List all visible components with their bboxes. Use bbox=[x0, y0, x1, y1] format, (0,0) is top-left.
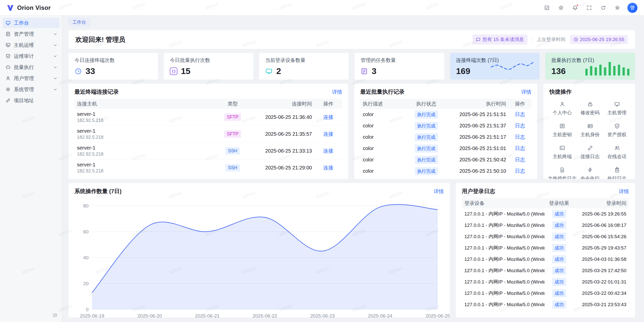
quick-action-exec-logs[interactable]: 执行日志 bbox=[603, 167, 630, 179]
quick-action-host-keys[interactable]: 主机密钥 bbox=[548, 123, 577, 138]
table-row: 127.0.0.1 - 内网IP - Mozilla/5.0 (Windows … bbox=[462, 220, 629, 231]
quick-action-connect-logs[interactable]: 连接日志 bbox=[577, 145, 603, 160]
monitor-icon bbox=[265, 67, 273, 75]
quick-action-host-terminal[interactable]: 主机终端 bbox=[548, 145, 577, 160]
svg-text:2025-06-19: 2025-06-19 bbox=[80, 313, 104, 317]
login-logs-detail-link[interactable]: 详情 bbox=[619, 188, 629, 195]
quick-action-online-sessions[interactable]: 在线会话 bbox=[603, 145, 630, 160]
table-row: color 执行完成 2025-06-25 21:51:17 日志 bbox=[360, 131, 531, 143]
chevron-down-icon bbox=[54, 66, 57, 69]
fullscreen-icon[interactable] bbox=[584, 2, 595, 13]
stat-value: 15 bbox=[181, 66, 190, 76]
user-icon bbox=[559, 101, 565, 107]
quick-actions-card: 快捷操作 个人中心 修改密码 主机管理 主机密钥 bbox=[543, 84, 635, 179]
braces-icon bbox=[170, 67, 177, 75]
log-link[interactable]: 日志 bbox=[515, 134, 525, 140]
refresh-icon[interactable] bbox=[598, 2, 609, 13]
connect-link[interactable]: 连接 bbox=[323, 165, 333, 170]
users-icon bbox=[614, 145, 620, 151]
host-monitor-icon bbox=[6, 43, 11, 48]
table-row: server-1182.92.5.218 SSH 2025-06-25 21:2… bbox=[74, 159, 342, 176]
sidebar-item-label: 工作台 bbox=[14, 20, 29, 26]
connect-link[interactable]: 连接 bbox=[323, 131, 333, 137]
log-link[interactable]: 日志 bbox=[515, 157, 525, 162]
protocol-badge: SFTP bbox=[224, 114, 241, 121]
svg-text:2025-06-22: 2025-06-22 bbox=[253, 313, 277, 317]
chevron-down-icon bbox=[54, 55, 57, 58]
quick-action-host-identity[interactable]: 主机身份 bbox=[577, 123, 603, 138]
changelog-icon[interactable] bbox=[541, 2, 552, 13]
result-badge: 成功 bbox=[552, 289, 566, 297]
protocol-badge: SSH bbox=[225, 164, 240, 171]
system-ops-chart: 0204060802025-06-192025-06-202025-06-212… bbox=[74, 198, 444, 317]
sidebar-item-user-mgmt[interactable]: 用户管理 bbox=[3, 73, 60, 84]
login-logs-table: 登录设备 登录结果 登录时间 127.0.0.1 - 内网IP - Mozill… bbox=[462, 198, 629, 310]
breadcrumb: 工作台 bbox=[68, 18, 635, 27]
sidebar-item-label: 运维审计 bbox=[14, 53, 34, 60]
batch-records-table: 执行描述 执行状态 执行时间 操作 color 执行完成 2025-06-25 … bbox=[360, 99, 531, 177]
stat-card-terminal-today: 今日连接终端次数 33 bbox=[68, 53, 158, 80]
user-avatar[interactable]: 管 bbox=[627, 3, 637, 13]
result-badge: 成功 bbox=[552, 244, 566, 252]
connect-link[interactable]: 连接 bbox=[323, 148, 333, 154]
status-badge: 执行完成 bbox=[415, 122, 438, 130]
sidebar-item-project-link[interactable]: 项目地址 bbox=[3, 95, 60, 106]
table-row: color 执行完成 2025-06-25 21:51:37 日志 bbox=[360, 120, 531, 131]
quick-action-host-mgmt[interactable]: 主机管理 bbox=[603, 101, 630, 116]
sidebar-collapse-icon[interactable] bbox=[51, 311, 59, 319]
app-logo[interactable]: Orion Visor bbox=[7, 4, 51, 12]
svg-text:2025-06-20: 2025-06-20 bbox=[137, 313, 162, 317]
result-badge: 成功 bbox=[552, 267, 566, 275]
table-row: 127.0.0.1 - 内网IP - Mozilla/5.0 (Windows … bbox=[462, 299, 629, 310]
terminal-records-detail-link[interactable]: 详情 bbox=[332, 89, 342, 95]
sidebar-item-batch-exec[interactable]: 批量执行 bbox=[3, 62, 60, 73]
svg-text:0: 0 bbox=[86, 307, 89, 312]
terminal-spark-chart bbox=[490, 59, 534, 76]
sidebar-item-assets[interactable]: 资产管理 bbox=[3, 29, 60, 39]
system-ops-detail-link[interactable]: 详情 bbox=[434, 188, 444, 195]
chevron-down-icon bbox=[54, 33, 57, 35]
sidebar-item-system-mgmt[interactable]: 系统管理 bbox=[3, 84, 60, 95]
monitor-icon bbox=[614, 101, 620, 107]
table-row: server-1182.92.5.218 SFTP 2025-06-25 21:… bbox=[74, 109, 342, 126]
id-card-icon bbox=[587, 123, 593, 129]
settings-icon[interactable] bbox=[612, 2, 623, 13]
log-link[interactable]: 日志 bbox=[515, 146, 525, 151]
batch-records-card: 最近批量执行记录 详情 执行描述 执行状态 执行时间 操作 color 执行完成… bbox=[354, 84, 537, 179]
terminal-records-table: 连接主机 类型 连接时间 操作 server-1182.92.5.218 SFT… bbox=[74, 99, 342, 176]
theme-toggle-icon[interactable] bbox=[555, 2, 567, 13]
quick-action-command-exec[interactable]: 命令执行 bbox=[577, 167, 603, 179]
log-link[interactable]: 日志 bbox=[515, 168, 525, 174]
message-icon bbox=[476, 37, 480, 42]
history-clock-icon bbox=[74, 67, 82, 75]
status-badge: 执行完成 bbox=[415, 145, 438, 153]
last-login-time-chip: 2025-06-25 19:26:55 bbox=[570, 35, 628, 44]
breadcrumb-item-workbench[interactable]: 工作台 bbox=[68, 18, 90, 27]
quick-action-profile[interactable]: 个人中心 bbox=[548, 101, 577, 116]
sidebar-item-audit[interactable]: 运维审计 bbox=[3, 51, 60, 61]
stats-row: 今日连接终端次数 33 今日批量执行次数 15 当前登录设备数量 2 管理的任务… bbox=[68, 53, 635, 80]
quick-action-asset-grant[interactable]: 资产授权 bbox=[603, 123, 630, 138]
top-header: Orion Visor 管 bbox=[0, 0, 644, 16]
quick-action-file-op-logs[interactable]: 文件操作日志 bbox=[548, 167, 577, 179]
result-badge: 成功 bbox=[552, 301, 566, 309]
table-row: 127.0.0.1 - 内网IP - Mozilla/5.0 (Windows … bbox=[462, 231, 629, 242]
quick-action-change-password[interactable]: 修改密码 bbox=[577, 101, 603, 116]
log-link[interactable]: 日志 bbox=[515, 112, 525, 117]
table-row: color 执行完成 2025-06-25 21:50:42 日志 bbox=[360, 154, 531, 165]
svg-text:20: 20 bbox=[83, 281, 89, 286]
sidebar-item-host-ops[interactable]: 主机运维 bbox=[3, 40, 60, 50]
batch-records-detail-link[interactable]: 详情 bbox=[521, 89, 531, 95]
batch-spark-chart bbox=[585, 59, 629, 76]
link-icon bbox=[6, 98, 11, 103]
status-badge: 执行完成 bbox=[415, 156, 438, 164]
status-badge: 执行完成 bbox=[415, 167, 438, 175]
connect-link[interactable]: 连接 bbox=[323, 114, 333, 120]
sidebar-item-workbench[interactable]: 工作台 bbox=[3, 18, 60, 28]
notifications-icon[interactable] bbox=[570, 2, 581, 13]
shield-check-icon bbox=[614, 123, 620, 129]
notification-badge-dot bbox=[576, 4, 579, 6]
table-row: 127.0.0.1 - 内网IP - Mozilla/5.0 (Windows … bbox=[462, 242, 629, 254]
unread-messages-badge[interactable]: 您有 15 条未读消息 bbox=[472, 34, 528, 45]
log-link[interactable]: 日志 bbox=[515, 123, 525, 128]
